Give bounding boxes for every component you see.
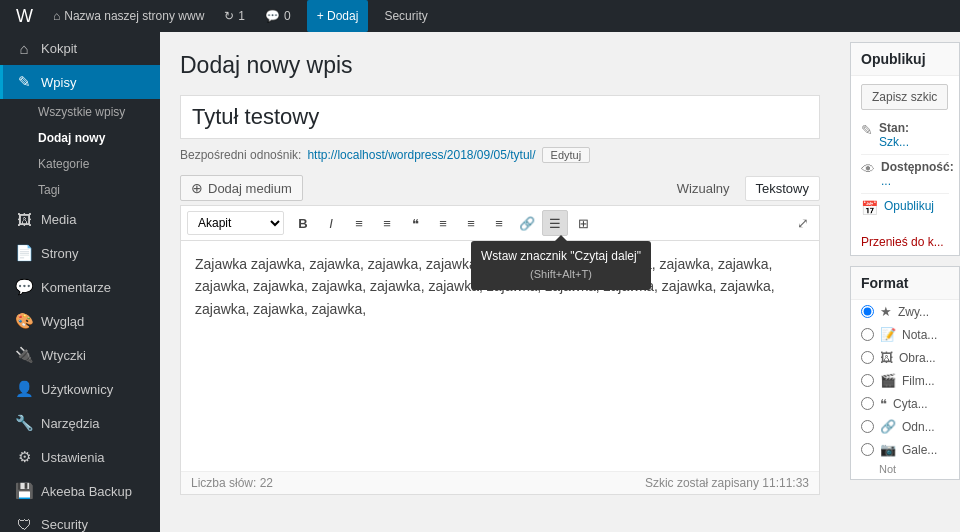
editor-container: Akapit Nagłówek 1 Nagłówek 2 B I ≡ ≡ ❝ ≡…: [180, 205, 820, 495]
security-icon: 🛡: [15, 516, 33, 532]
page-title: Dodaj nowy wpis: [180, 52, 820, 79]
permalink-link[interactable]: http://localhost/wordpress/2018/09/05/ty…: [307, 148, 535, 162]
sidebar-item-komentarze[interactable]: 💬 Komentarze: [0, 270, 160, 304]
adminbar-updates[interactable]: ↻ 1: [216, 0, 253, 32]
save-draft-button[interactable]: Zapisz szkic: [861, 84, 948, 110]
add-media-button[interactable]: ⊕ Dodaj medium: [180, 175, 303, 201]
adminbar-wp-logo[interactable]: W: [8, 0, 41, 32]
add-media-icon: ⊕: [191, 180, 203, 196]
sidebar-sub-tagi[interactable]: Tagi: [0, 177, 160, 203]
format-item-zwy: ★ Zwy...: [851, 300, 959, 323]
narzedzia-icon: 🔧: [15, 414, 33, 432]
sidebar-sub-wszystkie[interactable]: Wszystkie wpisy: [0, 99, 160, 125]
status-row: ✎ Stan: Szk...: [861, 116, 949, 155]
toolbar-align-left[interactable]: ≡: [430, 210, 456, 236]
ustawienia-icon: ⚙: [15, 448, 33, 466]
publish-box-body: Zapisz szkic ✎ Stan: Szk... 👁 Dostępność…: [851, 76, 959, 229]
tab-text[interactable]: Tekstowy: [745, 176, 820, 201]
format-item-nota: 📝 Nota...: [851, 323, 959, 346]
layout: ⌂ Kokpit ✎ Wpisy Wszystkie wpisy Dodaj n…: [0, 32, 960, 532]
format-radio-obra[interactable]: [861, 351, 874, 364]
format-select[interactable]: Akapit Nagłówek 1 Nagłówek 2: [187, 211, 284, 235]
toolbar-align-center[interactable]: ≡: [458, 210, 484, 236]
toolbar-ul[interactable]: ≡: [346, 210, 372, 236]
toolbar-italic[interactable]: I: [318, 210, 344, 236]
format-radio-film[interactable]: [861, 374, 874, 387]
kokpit-icon: ⌂: [15, 40, 33, 57]
format-box: Format ★ Zwy... 📝 Nota... 🖼 Obra...: [850, 266, 960, 480]
comment-icon: 💬: [265, 9, 280, 23]
tab-visual[interactable]: Wizualny: [666, 176, 741, 201]
permalink-label: Bezpośredni odnośnik:: [180, 148, 301, 162]
media-icon: 🖼: [15, 211, 33, 228]
sidebar-item-uzytkownicy[interactable]: 👤 Użytkownicy: [0, 372, 160, 406]
toolbar-ol[interactable]: ≡: [374, 210, 400, 236]
sidebar-item-wyglad[interactable]: 🎨 Wygląd: [0, 304, 160, 338]
admin-bar: W ⌂ Nazwa naszej strony www ↻ 1 💬 0 + Do…: [0, 0, 960, 32]
adminbar-add-new[interactable]: + Dodaj: [307, 0, 369, 32]
wtyczki-icon: 🔌: [15, 346, 33, 364]
format-icon-zwy: ★: [880, 304, 892, 319]
editor-content: Zajawka zajawka, zajawka, zajawka, zajaw…: [195, 253, 805, 320]
post-title-input[interactable]: [180, 95, 820, 139]
wpisy-icon: ✎: [15, 73, 33, 91]
format-radio-odn[interactable]: [861, 420, 874, 433]
main-content: Dodaj nowy wpis Bezpośredni odnośnik: ht…: [160, 32, 840, 532]
format-radio-zwy[interactable]: [861, 305, 874, 318]
toolbar-grid[interactable]: ⊞: [570, 210, 596, 236]
format-items: ★ Zwy... 📝 Nota... 🖼 Obra... 🎬 Film...: [851, 300, 959, 479]
calendar-icon: 📅: [861, 200, 878, 216]
sidebar-item-strony[interactable]: 📄 Strony: [0, 236, 160, 270]
schedule-row: 📅 Opublikuj: [861, 194, 949, 221]
sidebar-item-wtyczki[interactable]: 🔌 Wtyczki: [0, 338, 160, 372]
format-not-label: Not: [851, 461, 959, 479]
editor-expand[interactable]: ⤢: [793, 213, 813, 233]
sidebar-item-ustawienia[interactable]: ⚙ Ustawienia: [0, 440, 160, 474]
sidebar-item-security[interactable]: 🛡 Security: [0, 508, 160, 532]
draft-saved: Szkic został zapisany 11:11:33: [645, 476, 809, 490]
format-icon-film: 🎬: [880, 373, 896, 388]
akeeba-icon: 💾: [15, 482, 33, 500]
visibility-icon: 👁: [861, 161, 875, 177]
format-item-obra: 🖼 Obra...: [851, 346, 959, 369]
editor-toolbar: Akapit Nagłówek 1 Nagłówek 2 B I ≡ ≡ ❝ ≡…: [181, 206, 819, 241]
sidebar-sub-dodaj[interactable]: Dodaj nowy: [0, 125, 160, 151]
sidebar-item-wpisy[interactable]: ✎ Wpisy: [0, 65, 160, 99]
adminbar-comments[interactable]: 💬 0: [257, 0, 299, 32]
sidebar-item-akeeba[interactable]: 💾 Akeeba Backup: [0, 474, 160, 508]
sidebar-sub-kategorie[interactable]: Kategorie: [0, 151, 160, 177]
format-radio-cyta[interactable]: [861, 397, 874, 410]
sidebar-item-media[interactable]: 🖼 Media: [0, 203, 160, 236]
format-icon-nota: 📝: [880, 327, 896, 342]
toolbar-bold[interactable]: B: [290, 210, 316, 236]
toolbar-readmore[interactable]: ☰: [542, 210, 568, 236]
toolbar-link[interactable]: 🔗: [514, 210, 540, 236]
format-item-odn: 🔗 Odn...: [851, 415, 959, 438]
editor-tab-group: Wizualny Tekstowy: [666, 176, 820, 201]
word-count: Liczba słów: 22: [191, 476, 273, 490]
adminbar-site-name[interactable]: ⌂ Nazwa naszej strony www: [45, 0, 212, 32]
format-icon-odn: 🔗: [880, 419, 896, 434]
sidebar-item-kokpit[interactable]: ⌂ Kokpit: [0, 32, 160, 65]
wyglad-icon: 🎨: [15, 312, 33, 330]
format-radio-nota[interactable]: [861, 328, 874, 341]
format-item-cyta: ❝ Cyta...: [851, 392, 959, 415]
komentarze-icon: 💬: [15, 278, 33, 296]
toolbar-align-right[interactable]: ≡: [486, 210, 512, 236]
permalink-row: Bezpośredni odnośnik: http://localhost/w…: [180, 147, 820, 163]
format-icon-gale: 📷: [880, 442, 896, 457]
editor-body[interactable]: Zajawka zajawka, zajawka, zajawka, zajaw…: [181, 241, 819, 471]
format-icon-obra: 🖼: [880, 350, 893, 365]
format-item-film: 🎬 Film...: [851, 369, 959, 392]
sidebar-item-narzedzia[interactable]: 🔧 Narzędzia: [0, 406, 160, 440]
uzytkownicy-icon: 👤: [15, 380, 33, 398]
format-box-title: Format: [851, 267, 959, 300]
przenies-link[interactable]: Przenieś do k...: [851, 229, 959, 255]
adminbar-security[interactable]: Security: [376, 0, 435, 32]
update-icon: ↻: [224, 9, 234, 23]
toolbar-blockquote[interactable]: ❝: [402, 210, 428, 236]
visibility-row: 👁 Dostępność: ...: [861, 155, 949, 194]
edit-permalink-button[interactable]: Edytuj: [542, 147, 591, 163]
format-radio-gale[interactable]: [861, 443, 874, 456]
publish-box-title: Opublikuj: [851, 43, 959, 76]
